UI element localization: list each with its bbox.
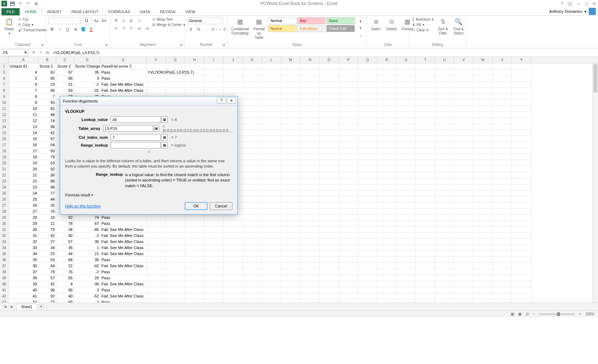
cell[interactable]	[454, 81, 473, 88]
cell[interactable]	[454, 69, 473, 75]
cell[interactable]	[435, 63, 454, 69]
cell[interactable]	[377, 269, 397, 275]
cell[interactable]	[512, 239, 531, 245]
cell[interactable]	[300, 221, 320, 227]
cell[interactable]	[262, 239, 281, 245]
cell[interactable]	[262, 293, 281, 299]
cell[interactable]: 25	[38, 202, 56, 209]
cell[interactable]	[493, 196, 512, 202]
cell[interactable]	[204, 287, 224, 293]
cell[interactable]	[358, 100, 377, 106]
cell[interactable]	[493, 245, 512, 251]
cell[interactable]	[300, 239, 320, 245]
cell[interactable]	[473, 178, 493, 184]
arg-input[interactable]	[103, 125, 153, 132]
cell[interactable]	[339, 233, 358, 239]
row-header[interactable]: 35	[0, 251, 9, 257]
cell[interactable]	[454, 269, 473, 275]
cell[interactable]	[281, 154, 300, 160]
cell[interactable]	[435, 209, 454, 215]
cell[interactable]	[473, 160, 493, 166]
cell[interactable]	[416, 263, 435, 269]
column-header[interactable]: O	[320, 57, 339, 63]
cell[interactable]	[473, 172, 493, 178]
dialog-launcher-icon[interactable]: ◢	[105, 43, 109, 47]
cell[interactable]	[377, 106, 397, 112]
cell[interactable]: 11	[38, 221, 56, 227]
cell[interactable]	[147, 88, 166, 94]
save-icon[interactable]: 💾	[10, 1, 15, 6]
cell[interactable]	[397, 257, 416, 263]
cell[interactable]	[147, 293, 166, 299]
cell[interactable]	[224, 75, 243, 81]
cell[interactable]	[512, 172, 531, 178]
cell[interactable]	[262, 275, 281, 281]
cell[interactable]	[243, 299, 262, 302]
select-all-corner[interactable]	[0, 57, 9, 63]
row-header[interactable]: 11	[0, 106, 9, 112]
cell[interactable]: 16	[9, 142, 38, 148]
cell[interactable]	[435, 245, 454, 251]
cell[interactable]	[416, 196, 435, 202]
increase-decimal-icon[interactable]: .0→	[211, 26, 218, 33]
cell[interactable]	[300, 148, 320, 154]
row-header[interactable]: 32	[0, 233, 9, 239]
cell[interactable]	[512, 148, 531, 154]
sheet-tab[interactable]: Sheet1	[16, 304, 37, 310]
style-scroll-up-icon[interactable]: ▴	[357, 17, 364, 24]
cell[interactable]	[473, 293, 493, 299]
cell[interactable]: -2	[74, 269, 100, 275]
cell[interactable]	[512, 221, 531, 227]
cell[interactable]: 33	[9, 245, 38, 251]
cell[interactable]	[339, 130, 358, 136]
cell[interactable]	[185, 299, 204, 302]
cell[interactable]	[300, 263, 320, 269]
find-select-button[interactable]: 🔍Find & Select	[451, 17, 466, 36]
cell[interactable]	[512, 281, 531, 287]
cell[interactable]	[377, 88, 397, 94]
cell[interactable]	[339, 124, 358, 130]
cell[interactable]	[339, 172, 358, 178]
cell[interactable]	[281, 166, 300, 172]
cell[interactable]	[377, 130, 397, 136]
cell[interactable]	[416, 81, 435, 88]
cell[interactable]	[454, 172, 473, 178]
cell[interactable]	[243, 178, 262, 184]
cell[interactable]	[300, 142, 320, 148]
cell[interactable]: 90	[38, 88, 56, 94]
cell[interactable]	[358, 293, 377, 299]
cell[interactable]	[435, 112, 454, 118]
cell[interactable]	[147, 75, 166, 81]
cell[interactable]	[377, 287, 397, 293]
cell[interactable]	[320, 100, 339, 106]
tab-review[interactable]: REVIEW	[155, 8, 180, 15]
cell[interactable]: 53	[38, 257, 56, 263]
cell[interactable]	[358, 63, 377, 69]
cell[interactable]	[416, 112, 435, 118]
cell[interactable]: 42	[38, 233, 56, 239]
cell[interactable]	[473, 130, 493, 136]
cell[interactable]: -2	[74, 233, 100, 239]
cell[interactable]	[358, 287, 377, 293]
cell[interactable]	[358, 154, 377, 160]
cell[interactable]	[300, 166, 320, 172]
cell[interactable]: 30	[9, 227, 38, 233]
row-header[interactable]: 25	[0, 190, 9, 196]
decrease-decimal-icon[interactable]: ←.0	[219, 26, 226, 33]
cell[interactable]	[435, 263, 454, 269]
cell[interactable]	[377, 233, 397, 239]
cell[interactable]	[397, 106, 416, 112]
cell[interactable]: 8	[9, 94, 38, 100]
cell[interactable]	[377, 172, 397, 178]
cell[interactable]	[397, 196, 416, 202]
number-format-combo[interactable]: General	[187, 17, 223, 24]
cell[interactable]	[435, 281, 454, 287]
cell[interactable]	[512, 166, 531, 172]
cell[interactable]	[358, 148, 377, 154]
cell[interactable]	[339, 215, 358, 221]
cell[interactable]	[454, 190, 473, 196]
cell[interactable]: 41	[38, 130, 56, 136]
column-header[interactable]: P	[339, 57, 358, 63]
cell[interactable]	[454, 130, 473, 136]
delete-cells-button[interactable]: ⊖Delete	[384, 17, 399, 32]
